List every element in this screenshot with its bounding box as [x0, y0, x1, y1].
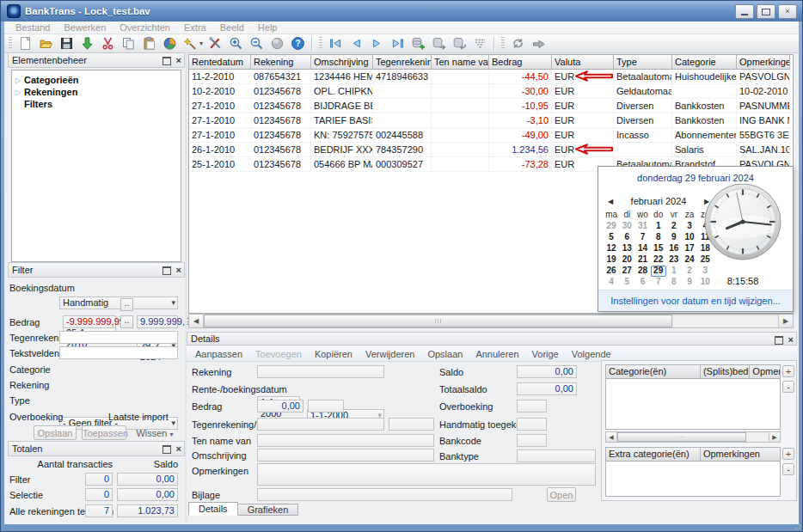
- opslaan-filter-button[interactable]: Opslaan: [34, 425, 77, 440]
- tab-details[interactable]: Details: [188, 502, 238, 516]
- minimize-button[interactable]: [735, 4, 754, 19]
- tab-grafieken[interactable]: Grafieken: [237, 504, 299, 516]
- paste-icon[interactable]: [141, 36, 157, 52]
- bedrag-field[interactable]: 0,00: [257, 400, 303, 413]
- tree-item-categorieën[interactable]: ▷Categorieën: [12, 74, 181, 86]
- refresh-icon[interactable]: [510, 36, 526, 52]
- menu-bewerken[interactable]: Bewerken: [58, 22, 112, 33]
- action-volgende[interactable]: Volgende: [572, 349, 611, 359]
- action-toevoegen[interactable]: Toevoegen: [255, 349, 302, 359]
- omschrijving-field[interactable]: [257, 449, 434, 462]
- bic-field[interactable]: [389, 418, 434, 431]
- action-annuleren[interactable]: Annuleren: [475, 349, 518, 359]
- calendar-day[interactable]: 7: [651, 277, 666, 288]
- action-opslaan[interactable]: Opslaan: [427, 349, 463, 359]
- close-button[interactable]: ×: [778, 4, 797, 19]
- change-datetime-link[interactable]: Instellingen voor datum en tijd wijzigen…: [610, 296, 781, 306]
- db-add-icon[interactable]: [410, 36, 426, 52]
- tekstvelden-input[interactable]: [59, 346, 178, 359]
- boekingsdatum-select[interactable]: Handmatig: [59, 297, 178, 309]
- opmerkingen-field[interactable]: [257, 463, 596, 486]
- float-panel-icon[interactable]: [775, 336, 783, 345]
- menu-help[interactable]: Help: [252, 22, 284, 33]
- categorie-table-scrollbar[interactable]: ◀ ▶: [605, 431, 781, 443]
- add-extra-categorie-button[interactable]: +: [782, 448, 794, 460]
- calendar-day[interactable]: 26: [604, 266, 619, 277]
- column-header-valuta[interactable]: Valuta: [552, 55, 614, 70]
- cut-icon[interactable]: [100, 36, 116, 52]
- tree-item-rekeningen[interactable]: ▷Rekeningen: [12, 86, 181, 98]
- tegenrekening-field[interactable]: [257, 418, 384, 431]
- zoom-out-icon[interactable]: [248, 36, 265, 52]
- table-row[interactable]: 27-1-2010012345678KN: 7592757597...00244…: [189, 128, 793, 143]
- calendar-day[interactable]: 24: [682, 254, 697, 266]
- action-kopi-ren[interactable]: Kopiëren: [315, 349, 352, 359]
- calendar-day[interactable]: 7: [634, 232, 650, 243]
- calendar-day[interactable]: 8: [651, 232, 666, 243]
- categorie-splits-table[interactable]: Categorie(ën) (Splits)bedrag Opmerkingen: [605, 364, 781, 430]
- menu-bestand[interactable]: Bestand: [9, 22, 56, 33]
- export-icon[interactable]: [530, 36, 547, 52]
- toolbar-grip[interactable]: [501, 37, 505, 50]
- table-row[interactable]: 11-2-20100876543211234446 HEMA D...47189…: [189, 70, 793, 84]
- calendar-day[interactable]: 30: [619, 221, 634, 232]
- toepassen-button[interactable]: Toepassen: [82, 425, 126, 440]
- scroll-right-icon[interactable]: ▶: [778, 315, 793, 327]
- calendar-day[interactable]: 16: [666, 243, 682, 254]
- open-file-icon[interactable]: [38, 36, 54, 52]
- tree-item-filters[interactable]: Filters: [12, 98, 181, 110]
- table-row[interactable]: 27-1-2010012345678TARIEF BASISPA...-3,10…: [189, 113, 793, 128]
- first-record-icon[interactable]: [328, 36, 344, 52]
- calendar-day[interactable]: 4: [604, 277, 619, 288]
- column-header-opmerkingen[interactable]: Opmerkingen: [737, 55, 790, 70]
- wand-caret-icon[interactable]: ▾: [198, 36, 205, 52]
- calendar-day[interactable]: 6: [619, 232, 634, 243]
- column-header-omschrijving[interactable]: Omschrijving: [311, 55, 373, 70]
- calendar-day[interactable]: 21: [634, 254, 650, 266]
- opmerkingen-col-header[interactable]: Opmerkingen: [701, 448, 780, 462]
- scroll-right-icon[interactable]: ▶: [769, 432, 780, 442]
- calendar-day[interactable]: 9: [682, 277, 697, 288]
- calendar-day[interactable]: 1: [651, 221, 666, 232]
- calendar-day[interactable]: 29: [604, 221, 619, 232]
- pie-chart-icon[interactable]: [162, 36, 178, 52]
- previous-month-icon[interactable]: ◀: [604, 198, 617, 205]
- calendar-day[interactable]: 6: [634, 277, 650, 288]
- toolbar-grip[interactable]: [9, 37, 12, 50]
- ten-name-van-field[interactable]: [257, 434, 434, 447]
- bedrag-extra-field[interactable]: [308, 400, 344, 413]
- previous-record-icon[interactable]: [348, 36, 365, 52]
- column-header-rentedatum[interactable]: Rentedatum: [189, 55, 251, 70]
- float-panel-icon[interactable]: [162, 266, 171, 275]
- add-categorie-button[interactable]: +: [782, 365, 794, 377]
- title-bar[interactable]: BankTrans - Lock_test.bav ×: [1, 1, 802, 21]
- scrollbar-thumb[interactable]: [617, 432, 746, 442]
- scrollbar-thumb[interactable]: [204, 315, 672, 327]
- calendar-day[interactable]: 12: [604, 243, 619, 254]
- scroll-left-icon[interactable]: ◀: [606, 432, 617, 442]
- remove-categorie-button[interactable]: -: [782, 381, 794, 393]
- calendar-day[interactable]: 17: [682, 243, 697, 254]
- column-header-type[interactable]: Type: [614, 55, 672, 70]
- window-resize-grip[interactable]: [793, 522, 801, 530]
- bedrag-max-input[interactable]: 9.999.999,99: [137, 315, 178, 328]
- calendar-day[interactable]: 5: [619, 277, 634, 288]
- table-row[interactable]: 27-1-2010012345678BIJDRAGE BETA...-10,95…: [189, 99, 793, 113]
- wand-icon[interactable]: [182, 36, 199, 52]
- new-file-icon[interactable]: [17, 36, 34, 52]
- last-record-icon[interactable]: [389, 36, 406, 52]
- bedrag-range-button[interactable]: ..: [120, 315, 133, 328]
- column-header-tegenrekening[interactable]: Tegenrekening: [373, 55, 432, 70]
- date-range-button[interactable]: ..: [120, 298, 133, 311]
- close-panel-icon[interactable]: ×: [788, 335, 794, 345]
- calendar-day[interactable]: 22: [651, 254, 666, 266]
- action-vorige[interactable]: Vorige: [532, 349, 559, 359]
- calendar-day[interactable]: 19: [604, 254, 619, 266]
- help-icon[interactable]: ?: [290, 36, 306, 52]
- calendar-day[interactable]: 15: [651, 243, 666, 254]
- maximize-button[interactable]: [757, 4, 775, 19]
- menu-beeld[interactable]: Beeld: [214, 22, 250, 33]
- close-panel-icon[interactable]: ×: [176, 266, 181, 275]
- menu-extra[interactable]: Extra: [178, 22, 212, 33]
- filter-rows-icon[interactable]: [472, 36, 488, 52]
